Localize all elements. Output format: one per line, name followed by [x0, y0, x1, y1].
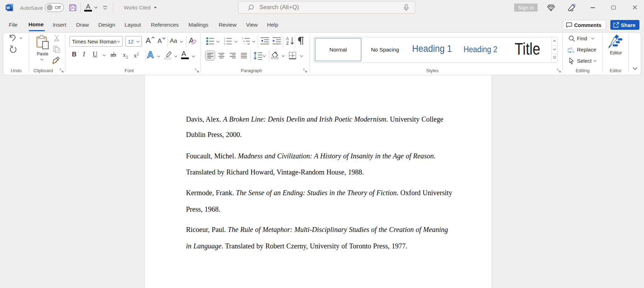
svg-text:Z: Z [286, 41, 289, 46]
svg-text:c: c [572, 50, 574, 54]
svg-text:W: W [6, 6, 10, 10]
svg-text:a: a [243, 40, 245, 42]
svg-text:A: A [286, 36, 289, 41]
svg-text:3: 3 [224, 42, 225, 45]
svg-text:1: 1 [242, 37, 243, 40]
svg-text:i: i [245, 43, 245, 45]
